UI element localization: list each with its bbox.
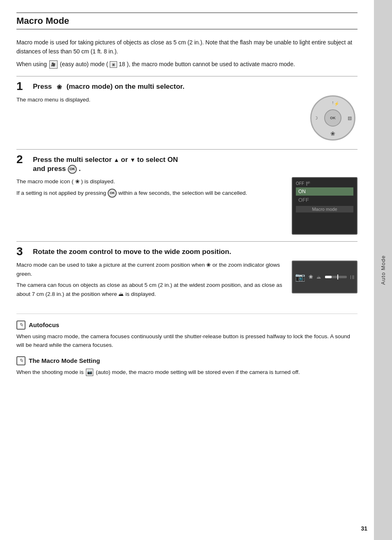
step-2-text: The macro mode icon ( ❀ ) is displayed. … bbox=[16, 177, 284, 200]
zoom-display: 📷 ❀ ⛰ | || bbox=[292, 261, 357, 293]
ms-outer-ring: ⚡ ↑ ☽ ▧ OK ❀ bbox=[310, 95, 355, 141]
auto-mode-icon-inline: 📷 bbox=[86, 369, 93, 376]
step-2-title: Press the multi selector ▲ or ▼ to selec… bbox=[33, 155, 178, 174]
menu-display: OFF 🏴 ON OFF Macro mode bbox=[292, 177, 357, 235]
camera-body-icon: 📷 bbox=[295, 272, 305, 282]
step-1-text: The macro menu is displayed. bbox=[16, 95, 302, 107]
note-macro-setting: ✎ The Macro Mode Setting When the shooti… bbox=[16, 356, 357, 377]
step-1-title: Press ❀ (macro mode) on the multi select… bbox=[33, 82, 184, 92]
step-2-number: 2 bbox=[16, 154, 33, 165]
flash-icon: ⚡ bbox=[334, 102, 339, 106]
intro-para2-mid: (easy auto) mode ( bbox=[60, 61, 108, 67]
menu-off-icon: OFF bbox=[296, 181, 304, 186]
note-autofocus-title: Autofocus bbox=[29, 321, 59, 328]
note-autofocus: ✎ Autofocus When using macro mode, the c… bbox=[16, 321, 357, 350]
note-autofocus-header: ✎ Autofocus bbox=[16, 321, 357, 330]
step-1: 1 Press ❀ (macro mode) on the multi sele… bbox=[16, 76, 357, 143]
note-autofocus-text: When using macro mode, the camera focuse… bbox=[16, 332, 357, 350]
ms-bottom-indicator: ❀ bbox=[330, 130, 335, 137]
up-arrow-icon: ▲ bbox=[114, 157, 121, 164]
notes-section: ✎ Autofocus When using macro mode, the c… bbox=[16, 314, 357, 377]
intro-para1: Macro mode is used for taking pictures o… bbox=[16, 38, 357, 56]
sidebar-label: Auto Mode bbox=[380, 255, 386, 285]
note-macro-setting-title: The Macro Mode Setting bbox=[29, 357, 100, 364]
step-3-desc2: The camera can focus on objects as close… bbox=[16, 281, 284, 298]
page-container: Macro Mode Macro mode is used for taking… bbox=[0, 0, 392, 540]
step-3-header: 3 Rotate the zoom control to move to the… bbox=[16, 247, 357, 257]
intro-para2-end: ), the macro mode button cannot be used … bbox=[127, 61, 295, 67]
menu-flag-icon: 🏴 bbox=[306, 181, 311, 186]
zoom-tick bbox=[337, 275, 338, 279]
main-content: Macro Mode Macro mode is used for taking… bbox=[0, 0, 374, 540]
step-1-header: 1 Press ❀ (macro mode) on the multi sele… bbox=[16, 82, 357, 92]
menu-item-off: OFF bbox=[296, 196, 353, 204]
page-number: 31 bbox=[361, 525, 367, 532]
step-3-number: 3 bbox=[16, 246, 33, 257]
menu-item-on: ON bbox=[296, 187, 353, 196]
multi-selector-diagram: ⚡ ↑ ☽ ▧ OK ❀ bbox=[310, 95, 357, 143]
step-3-body: Macro mode can be used to take a picture… bbox=[16, 261, 357, 301]
macro-mode-icon: ❀ bbox=[55, 83, 64, 92]
ok-circle-icon: OK bbox=[68, 165, 77, 174]
step-2-header: 2 Press the multi selector ▲ or ▼ to sel… bbox=[16, 155, 357, 174]
step-3-title: Rotate the zoom control to move to the w… bbox=[33, 247, 231, 256]
step-2-desc1: The macro mode icon ( ❀ ) is displayed. bbox=[16, 177, 284, 186]
to-select-text: to select ON bbox=[137, 156, 178, 164]
macro-zoom-icon: ❀ bbox=[206, 262, 211, 268]
step-1-desc: The macro menu is displayed. bbox=[16, 95, 302, 104]
zoom-fill bbox=[325, 276, 332, 278]
macro-zoom-bar-icon: ❀ bbox=[309, 274, 313, 280]
easy-auto-icon: 🎥 bbox=[49, 60, 58, 69]
step-3-image: 📷 ❀ ⛰ | || bbox=[292, 261, 357, 293]
macro-inline-icon: ❀ bbox=[75, 178, 80, 185]
page-title: Macro Mode bbox=[16, 16, 357, 26]
step-3-desc1: Macro mode can be used to take a picture… bbox=[16, 261, 284, 278]
page-title-bar: Macro Mode bbox=[16, 12, 357, 30]
zoom-bar-wrapper bbox=[325, 276, 347, 278]
step-1-body: The macro menu is displayed. ⚡ ↑ ☽ ▧ OK … bbox=[16, 95, 357, 143]
intro-para2-page: 18 bbox=[119, 61, 125, 67]
sidebar: Auto Mode bbox=[374, 0, 392, 540]
step-2-image: OFF 🏴 ON OFF Macro mode bbox=[292, 177, 357, 235]
ms-right-indicator: ▧ bbox=[348, 115, 352, 121]
step-1-image: ⚡ ↑ ☽ ▧ OK ❀ bbox=[310, 95, 357, 143]
menu-header-row: OFF 🏴 bbox=[296, 181, 353, 186]
intro-para2: When using 🎥 (easy auto) mode ( ▣ 18 ), … bbox=[16, 60, 357, 69]
down-arrow-icon: ▼ bbox=[130, 157, 137, 164]
step-2-body: The macro mode icon ( ❀ ) is displayed. … bbox=[16, 177, 357, 235]
step-2-desc2: If a setting is not applied by pressing … bbox=[16, 189, 284, 198]
ms-top-indicator: ↑ bbox=[332, 100, 334, 105]
mountain-icon: ⛰ bbox=[118, 291, 124, 297]
step-1-number: 1 bbox=[16, 81, 33, 92]
zoom-end-markers: | || bbox=[350, 275, 354, 279]
intro-section: Macro mode is used for taking pictures o… bbox=[16, 38, 357, 69]
step2-title-period: . bbox=[79, 165, 81, 173]
note-macro-setting-header: ✎ The Macro Mode Setting bbox=[16, 356, 357, 365]
step-3: 3 Rotate the zoom control to move to the… bbox=[16, 241, 357, 301]
ok-button: OK bbox=[324, 109, 341, 127]
zoom-bar bbox=[325, 276, 347, 278]
step-3-text: Macro mode can be used to take a picture… bbox=[16, 261, 284, 301]
landscape-zoom-icon: ⛰ bbox=[316, 275, 321, 279]
step-2: 2 Press the multi selector ▲ or ▼ to sel… bbox=[16, 149, 357, 235]
menu-label: Macro mode bbox=[296, 206, 353, 212]
intro-para2-start: When using bbox=[16, 61, 47, 67]
book-ref-icon: ▣ bbox=[110, 61, 117, 68]
ms-left-indicator: ☽ bbox=[314, 115, 318, 121]
note-icon-macro-setting: ✎ bbox=[16, 356, 25, 365]
and-press-text: and press bbox=[33, 165, 68, 173]
ok-inline-icon: OK bbox=[108, 189, 117, 198]
note-icon-autofocus: ✎ bbox=[16, 321, 25, 330]
note-macro-setting-text: When the shooting mode is 📷 (auto) mode,… bbox=[16, 368, 357, 377]
